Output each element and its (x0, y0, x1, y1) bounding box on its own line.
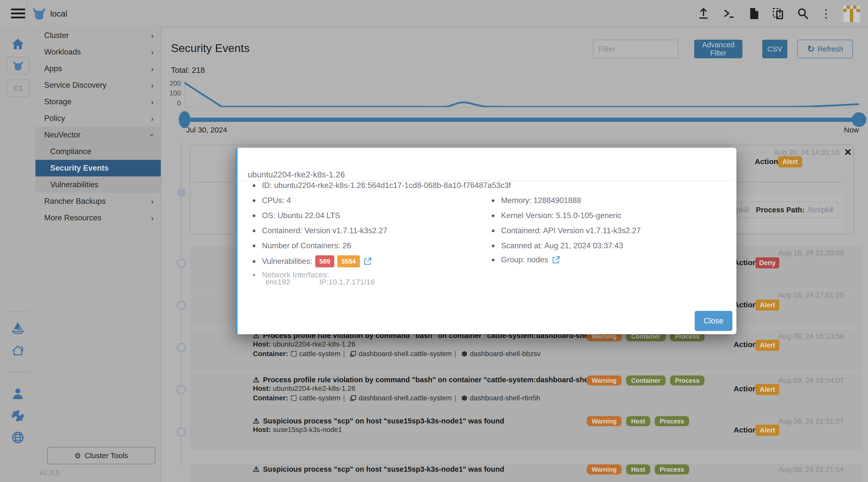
tag-warning: Warning (587, 464, 622, 475)
external-link-icon[interactable] (552, 255, 560, 264)
container-icon (461, 351, 468, 357)
sidebar-item-cluster[interactable]: Cluster› (35, 27, 161, 44)
event-row[interactable]: ⚠Process profile rule violation by comma… (190, 329, 862, 371)
home-icon[interactable] (11, 37, 25, 51)
event-timestamp: Aug 09, 24 16:04:07 (778, 376, 844, 385)
host-id-row: ID: ubuntu2204-rke2-k8s-1.26:564d1c17-1c… (253, 181, 511, 190)
cluster-c1-chip[interactable]: C1 (6, 80, 30, 97)
host-vulnerabilities-row: Vulnerabilities: 589 3554 (253, 255, 372, 267)
rail-divider (5, 372, 30, 372)
sidebar-item-more-resources[interactable]: More Resources› (35, 210, 161, 226)
globe-icon[interactable] (11, 431, 25, 444)
rancher-app: local ⋮ C1 (0, 0, 868, 482)
event-row[interactable]: ⚠Suspicious process "scp" on host "suse1… (190, 464, 862, 482)
harvester-icon[interactable] (11, 343, 25, 357)
copy-kubeconfig-icon[interactable] (772, 7, 785, 20)
time-range-slider[interactable] (185, 118, 859, 122)
event-title: ⚠Process profile rule violation by comma… (253, 375, 611, 384)
warning-icon: ⚠ (253, 417, 259, 425)
process-path-value: /bin/pkill (807, 206, 834, 214)
chevron-right-icon: › (151, 64, 154, 73)
action-badge: Alert (755, 300, 779, 311)
sidebar-item-storage[interactable]: Storage› (35, 93, 161, 110)
cluster-name: local (50, 9, 67, 19)
tag-process: Process (670, 375, 705, 386)
host-os-row: OS: Ubuntu 22.04 LTS (253, 211, 340, 220)
namespace-icon (290, 351, 297, 357)
event-title: ⚠Suspicious process "scp" on host "suse1… (253, 417, 504, 425)
host-group-row: Group: nodes (492, 255, 560, 264)
refresh-icon: ↻ (807, 44, 814, 54)
range-end-label: Now (819, 126, 859, 134)
tag-warning: Warning (587, 375, 622, 386)
cluster-tools-button[interactable]: ⚙ Cluster Tools (47, 447, 155, 464)
event-title: ⚠Suspicious process "scp" on host "suse1… (253, 465, 504, 474)
close-icon[interactable]: × (844, 145, 851, 159)
kebab-menu-icon[interactable]: ⋮ (819, 7, 833, 20)
sidebar-item-compliance[interactable]: Compliance (35, 143, 161, 160)
sidebar-rail: C1 About (0, 27, 36, 482)
refresh-button[interactable]: ↻ Refresh (797, 40, 853, 58)
host-details-modal: ubuntu2204-rke2-k8s-1.26 ID: ubuntu2204-… (235, 148, 736, 334)
action-badge: Deny (755, 257, 779, 268)
host-containerd-row: Containerd: Version v1.7.11-k3s2.27 (253, 226, 387, 235)
modal-title: ubuntu2204-rke2-k8s-1.26 (248, 170, 345, 179)
kubeconfig-file-icon[interactable] (747, 7, 760, 20)
cluster-switcher-bull-icon[interactable] (6, 57, 30, 74)
advanced-filter-button[interactable]: Advanced Filter (694, 40, 742, 58)
event-timestamp: Aug 09, 24 16:13:58 (778, 332, 844, 340)
search-icon[interactable] (797, 7, 809, 20)
sidebar-item-policy[interactable]: Policy› (35, 110, 161, 127)
event-timestamp: Aug 08, 24 22:31:57 (778, 417, 844, 425)
fleet-sailboat-icon[interactable] (11, 321, 25, 334)
event-container-line: Container:cattle-system|dashboard-shell.… (253, 394, 540, 402)
event-tags: Warning Container Process (587, 375, 705, 386)
timeline-dot (177, 427, 186, 437)
csv-button[interactable]: CSV (762, 40, 787, 58)
sidebar-item-workloads[interactable]: Workloads› (35, 44, 161, 60)
slider-handle-end[interactable] (852, 112, 866, 127)
vuln-medium-badge: 3554 (337, 255, 360, 267)
timeline-dot (177, 385, 186, 395)
events-line-chart (185, 81, 859, 107)
host-scanned-row: Scanned at: Aug 21, 2024 03:37:43 (492, 241, 623, 250)
timeline-dot (177, 343, 186, 352)
container-icon (461, 395, 468, 401)
kubectl-shell-icon[interactable] (722, 7, 735, 20)
topbar-divider (26, 0, 27, 27)
chevron-right-icon: › (151, 97, 154, 107)
gear-icon: ⚙ (74, 451, 81, 460)
external-link-icon[interactable] (364, 257, 372, 266)
action-badge: Alert (755, 425, 779, 436)
chevron-down-icon: › (148, 133, 157, 136)
rancher-cluster-logo-icon (32, 6, 46, 21)
host-memory-row: Memory: 12884901888 (492, 196, 581, 205)
process-path-label: Process Path: (756, 206, 804, 214)
rail-divider (5, 312, 30, 312)
event-host-line: Host: suse15sp3-k3s-node1 (253, 426, 342, 434)
host-cpus-row: CPUs: 4 (253, 196, 291, 205)
filter-input[interactable] (593, 40, 678, 58)
chevron-right-icon: › (151, 47, 154, 57)
event-row[interactable]: ⚠Suspicious process "scp" on host "suse1… (190, 415, 862, 450)
sidebar-item-service-discovery[interactable]: Service Discovery› (35, 77, 161, 93)
sidebar-nav: Cluster› Workloads› Apps› Service Discov… (35, 27, 161, 482)
sidebar-item-neuvector[interactable]: NeuVector› (35, 127, 161, 143)
sidebar-item-apps[interactable]: Apps› (35, 60, 161, 77)
import-yaml-icon[interactable] (697, 7, 710, 20)
y-tick-200: 200 (161, 80, 181, 87)
extensions-puzzle-icon[interactable] (11, 409, 25, 422)
chart-x-axis (185, 107, 859, 108)
host-kernel-row: Kernel Version: 5.15.0-105-generic (492, 211, 621, 220)
user-avatar[interactable] (843, 5, 860, 22)
tag-warning: Warning (587, 416, 622, 426)
action-badge: Alert (778, 156, 802, 168)
user-icon[interactable] (11, 387, 25, 400)
sidebar-item-rancher-backups[interactable]: Rancher Backups› (35, 193, 161, 210)
pod-icon (350, 351, 356, 357)
sidebar-item-vulnerabilities[interactable]: Vulnerabilities (35, 176, 161, 193)
modal-close-button[interactable]: Close (695, 311, 733, 331)
sidebar-item-security-events[interactable]: Security Events (35, 160, 161, 176)
hamburger-menu-icon[interactable] (11, 8, 25, 19)
event-row[interactable]: ⚠Process profile rule violation by comma… (190, 373, 862, 416)
